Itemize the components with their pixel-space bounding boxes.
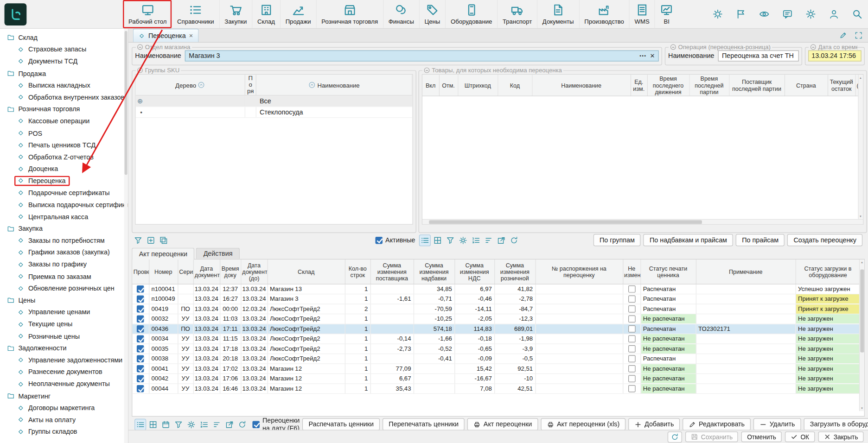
column-header[interactable]: Штрихкод [458, 75, 498, 96]
store-name-input[interactable]: Магазин 3 [185, 51, 659, 62]
calendar-icon[interactable] [160, 419, 171, 430]
vertical-scrollbar[interactable] [858, 75, 863, 219]
sidebar-item[interactable]: Маркетинг [0, 390, 128, 402]
brightness-icon[interactable] [713, 9, 723, 19]
settings-icon[interactable] [805, 9, 816, 19]
column-header[interactable]: Дата документа (до) [241, 259, 267, 284]
sort-icon[interactable] [198, 82, 205, 89]
active-checkbox-label[interactable]: Активные [385, 236, 415, 244]
scrollbar-thumb[interactable] [860, 269, 864, 352]
column-header[interactable]: № распоряжения на переоценку [536, 259, 623, 284]
list-view-icon[interactable] [135, 419, 146, 430]
sidebar-item[interactable]: POS [0, 127, 128, 139]
act-row[interactable]: 00041 УУ 13.03.24 17:02 13.03.24 Магазин… [132, 363, 860, 373]
no-change-checkbox[interactable] [628, 296, 635, 303]
sidebar-item[interactable]: Кассовые операции [0, 115, 128, 127]
toolbar-module-item[interactable]: Оборудование [445, 0, 497, 28]
column-header[interactable]: Статус печати ценника [640, 259, 696, 284]
sidebar-item[interactable]: Обновление розничных цен [0, 282, 128, 294]
checked-checkbox[interactable] [137, 335, 144, 343]
checked-checkbox[interactable] [137, 355, 144, 363]
scrollbar-thumb[interactable] [125, 31, 128, 175]
act-row[interactable]: 00044 УУ 13.03.24 16:46 13.03.24 Магазин… [132, 383, 860, 393]
column-header[interactable]: Кол-во строк [345, 259, 370, 284]
table-view-icon[interactable] [432, 235, 443, 246]
expand-button[interactable] [853, 30, 865, 41]
goods-action-button[interactable]: По прайсам [736, 234, 785, 246]
sort-icon[interactable] [308, 82, 316, 89]
flag-icon[interactable] [736, 9, 747, 19]
numbered-list-icon[interactable] [471, 235, 481, 246]
toolbar-module-item[interactable]: Розничная торговля [316, 0, 383, 28]
filter-icon[interactable] [173, 419, 184, 430]
operation-name-input[interactable]: Переоценка за счет ТН [718, 51, 799, 62]
settings-icon[interactable] [186, 419, 197, 430]
toolbar-module-item[interactable]: Закупки [219, 0, 252, 28]
toolbar-module-item[interactable]: Производство [579, 0, 629, 28]
toolbar-module-item[interactable]: Транспорт [497, 0, 537, 28]
column-header[interactable]: Не изменять [623, 259, 640, 284]
no-change-checkbox[interactable] [628, 305, 635, 313]
goods-action-button[interactable]: По группам [594, 234, 641, 246]
vertical-scrollbar[interactable] [859, 259, 864, 411]
sidebar-item[interactable]: Печать ценников ТСД [0, 139, 128, 151]
settings-icon[interactable] [458, 235, 468, 246]
sidebar-item[interactable]: Выписка подарочных сертификатов [0, 199, 128, 211]
sidebar-item[interactable]: Подарочные сертификаты [0, 187, 128, 199]
no-change-checkbox[interactable] [628, 335, 635, 343]
edit-button[interactable] [837, 30, 849, 41]
collapse-icon[interactable] [670, 44, 676, 50]
sidebar-item[interactable]: Переоценка [0, 175, 128, 187]
tab-act-pereotsenki[interactable]: Акт переоценки [132, 248, 194, 259]
column-header[interactable]: Поставщик последней партии [729, 75, 784, 96]
numbered-list-icon[interactable] [199, 419, 210, 430]
goods-action-button[interactable]: По надбавкам и прайсам [644, 234, 733, 246]
active-checkbox[interactable] [376, 236, 383, 244]
acts-action-button[interactable]: Акт переоценки (xls) [541, 418, 625, 430]
sidebar-item[interactable]: Акты на оплату [0, 414, 128, 426]
toolbar-module-item[interactable]: Продажи [280, 0, 316, 28]
toolbar-module-item[interactable]: Справочники [172, 0, 219, 28]
toolbar-module-item[interactable]: BI [654, 0, 678, 28]
column-header[interactable]: Наименование [532, 75, 631, 96]
refresh-button[interactable] [668, 431, 682, 443]
sidebar-item[interactable]: Графики заказов (закупка) [0, 247, 128, 259]
sku-row[interactable]: Все [136, 96, 413, 107]
refresh-icon[interactable] [237, 419, 248, 430]
toolbar-module-item[interactable]: WMS [629, 0, 655, 28]
filter-icon[interactable] [133, 235, 144, 246]
no-change-checkbox[interactable] [628, 325, 635, 333]
act-row[interactable]: 00042 УУ 13.03.24 17:06 13.03.24 Магазин… [132, 373, 860, 383]
column-header[interactable]: Вкл [422, 75, 439, 96]
sidebar-item[interactable]: Управление задолженностями [0, 354, 128, 366]
column-header[interactable]: Сумма изменения надбавки [414, 259, 454, 284]
date-time-input[interactable]: 13.03.24 17:56 [808, 51, 862, 62]
eye-icon[interactable] [759, 9, 770, 19]
checked-checkbox[interactable] [137, 305, 144, 313]
column-header-order[interactable]: Поря [245, 75, 256, 95]
ok-button[interactable]: ОК [785, 431, 815, 442]
toolbar-module-item[interactable]: Финансы [383, 0, 419, 28]
sidebar-item[interactable]: Продажа [0, 67, 128, 79]
revaluation-date-checkbox[interactable] [252, 421, 260, 428]
toolbar-module-item[interactable]: Склад [252, 0, 280, 28]
sidebar-item[interactable]: Выписка накладных [0, 79, 128, 91]
column-header[interactable]: Сумма изменения розничной [494, 259, 535, 284]
goods-action-button[interactable]: Создать переоценку [787, 234, 862, 246]
column-header-tree[interactable]: Дерево [136, 75, 245, 95]
sidebar-item[interactable]: Неоплаченные документы [0, 378, 128, 390]
column-header[interactable]: Дата документа [193, 259, 220, 284]
close-button[interactable]: Закрыть [818, 431, 863, 442]
column-header[interactable]: Номер [149, 259, 178, 284]
act-row[interactable]: 00436 ПО 13.03.24 17:11 13.03.24 ЛюксСоф… [132, 323, 860, 333]
acts-action-button[interactable]: Удалить [753, 418, 801, 430]
app-logo[interactable] [5, 3, 27, 25]
expand-node-icon[interactable] [137, 98, 143, 104]
act-row[interactable]: 00419 ПО 13.03.24 00:00 12.03.24 ЛюксСоф… [132, 304, 860, 313]
sidebar-item[interactable]: Обработка Z-отчетов [0, 151, 128, 163]
horizontal-scrollbar[interactable] [422, 219, 863, 224]
column-header[interactable]: Текущий остаток [828, 75, 855, 96]
act-row[interactable]: 00038 УУ 13.03.24 20:18 13.03.24 ЛюксСоф… [132, 354, 860, 363]
collapse-icon[interactable] [811, 44, 816, 50]
export-icon[interactable] [224, 419, 235, 430]
